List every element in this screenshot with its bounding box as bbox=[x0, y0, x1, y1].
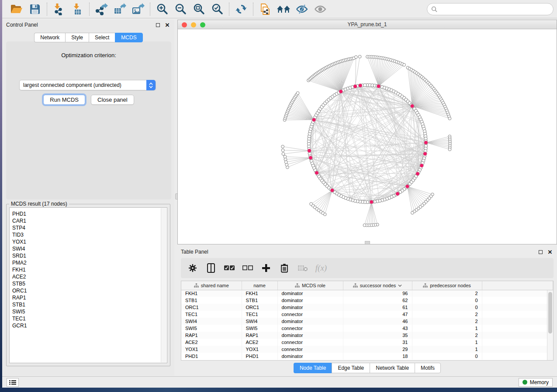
table-tabbar: Node TableEdge TableNetwork TableMotifs bbox=[177, 362, 557, 374]
table-row[interactable]: FKH1FKH1dominator962 bbox=[181, 290, 553, 297]
table-scrollbar-thumb[interactable] bbox=[548, 292, 552, 334]
column-header-MCDS-role[interactable]: MCDS role bbox=[277, 281, 343, 290]
settings-gear-button[interactable] bbox=[187, 262, 198, 274]
mcds-result-node[interactable]: STB1 bbox=[10, 301, 167, 308]
table-row[interactable]: SWI4SWI4dominator462 bbox=[181, 318, 553, 325]
function-builder-icon: f(x) bbox=[315, 263, 327, 273]
table-row[interactable]: TEC1TEC1connector472 bbox=[181, 311, 553, 318]
tab-mcds[interactable]: MCDS bbox=[115, 33, 142, 42]
delete-columns-icon bbox=[280, 263, 288, 273]
column-type-icon bbox=[423, 283, 428, 288]
table-row[interactable]: ACE2ACE2connector311 bbox=[181, 339, 553, 346]
select-all-rows-button[interactable] bbox=[224, 262, 235, 274]
network-graph[interactable] bbox=[178, 30, 557, 244]
column-panel-button[interactable] bbox=[205, 262, 217, 274]
mcds-result-node[interactable]: YOX1 bbox=[10, 238, 167, 245]
network-canvas[interactable] bbox=[178, 30, 557, 244]
hide-selected-button[interactable] bbox=[294, 2, 309, 17]
mcds-result-node[interactable]: STP4 bbox=[10, 224, 167, 231]
tab-node-table[interactable]: Node Table bbox=[294, 363, 332, 373]
close-panel-icon[interactable]: ✕ bbox=[164, 21, 171, 28]
export-network-icon bbox=[95, 3, 108, 15]
clone-network-button[interactable] bbox=[258, 2, 273, 17]
search-input[interactable] bbox=[439, 6, 549, 12]
node-table: shared namenameMCDS rolesuccessor nodesp… bbox=[181, 281, 554, 361]
zoom-in-icon bbox=[156, 3, 168, 15]
export-image-button[interactable] bbox=[131, 2, 145, 17]
mcds-result-node[interactable]: SRD1 bbox=[10, 252, 167, 259]
export-network-button[interactable] bbox=[94, 2, 109, 17]
canvas-splitter-handle[interactable] bbox=[365, 241, 370, 244]
close-panel-button[interactable]: Close panel bbox=[91, 95, 134, 105]
network-window-titlebar[interactable]: YPA_prune.txt_1 bbox=[178, 20, 557, 29]
export-table-button[interactable] bbox=[112, 2, 127, 17]
deselect-all-rows-button[interactable] bbox=[242, 262, 253, 274]
search-icon bbox=[431, 6, 437, 12]
float-table-panel-icon[interactable] bbox=[537, 248, 544, 255]
network-view-window: YPA_prune.txt_1 bbox=[177, 20, 557, 244]
save-session-button[interactable] bbox=[28, 2, 42, 17]
table-row[interactable]: RAP1RAP1dominator352 bbox=[181, 332, 553, 339]
zoom-selected-button[interactable] bbox=[210, 2, 225, 17]
task-history-button[interactable] bbox=[7, 378, 19, 387]
zoom-out-button[interactable] bbox=[173, 2, 188, 17]
import-network-button[interactable] bbox=[52, 2, 66, 17]
table-row[interactable]: ORC1ORC1dominator610 bbox=[181, 304, 553, 311]
close-window-icon[interactable] bbox=[182, 22, 187, 28]
minimize-window-icon[interactable] bbox=[191, 22, 196, 28]
table-panel: Table Panel ✕ f(x) shared namenameMCDS r… bbox=[177, 247, 557, 375]
mcds-result-node[interactable]: PMA2 bbox=[10, 259, 167, 266]
show-all-button[interactable] bbox=[313, 2, 328, 17]
table-row[interactable]: STB1STB1dominator620 bbox=[181, 297, 553, 304]
refresh-layout-button[interactable] bbox=[234, 2, 249, 17]
result-list-scrollbar[interactable] bbox=[161, 208, 166, 362]
mcds-result-node[interactable]: PHD1 bbox=[10, 210, 167, 217]
tab-select[interactable]: Select bbox=[89, 33, 115, 42]
zoom-fit-button[interactable] bbox=[191, 2, 206, 17]
table-row[interactable]: YOX1YOX1connector291 bbox=[181, 346, 553, 353]
maximize-window-icon[interactable] bbox=[200, 22, 205, 28]
mcds-result-node[interactable]: TEC1 bbox=[10, 315, 167, 322]
mcds-result-node[interactable]: ACE2 bbox=[10, 273, 167, 280]
optimization-criterion-select[interactable]: largest connected component (undirected) bbox=[19, 80, 156, 90]
open-file-button[interactable] bbox=[9, 2, 24, 17]
mcds-result-node[interactable]: FKH1 bbox=[10, 266, 167, 273]
close-table-panel-icon[interactable]: ✕ bbox=[547, 248, 554, 255]
column-type-icon bbox=[353, 283, 358, 288]
tab-motifs[interactable]: Motifs bbox=[415, 363, 441, 373]
delete-columns-button[interactable] bbox=[279, 262, 290, 274]
table-row[interactable]: PHD1PHD1dominator180 bbox=[181, 353, 553, 360]
search-box[interactable] bbox=[427, 3, 554, 15]
float-panel-icon[interactable] bbox=[154, 21, 161, 28]
tab-style[interactable]: Style bbox=[65, 33, 89, 42]
toolbar-separator bbox=[47, 3, 47, 16]
mcds-result-node[interactable]: GCR1 bbox=[10, 322, 167, 329]
mcds-result-node[interactable]: SWI4 bbox=[10, 245, 167, 252]
mcds-result-list[interactable]: PHD1CAR1STP4TID3YOX1SWI4SRD1PMA2FKH1ACE2… bbox=[9, 207, 167, 363]
add-column-button[interactable] bbox=[260, 262, 272, 274]
tab-network-table[interactable]: Network Table bbox=[370, 363, 415, 373]
mcds-result-node[interactable]: TID3 bbox=[10, 231, 167, 238]
zoom-out-icon bbox=[175, 3, 187, 15]
zoom-in-button[interactable] bbox=[155, 2, 170, 17]
mcds-result-node[interactable]: RAP1 bbox=[10, 294, 167, 301]
table-row[interactable]: SWI5SWI5connector431 bbox=[181, 325, 553, 332]
toolbar-separator bbox=[229, 3, 229, 16]
column-header-predecessor-nodes[interactable]: predecessor nodes bbox=[412, 281, 482, 290]
first-neighbors-button[interactable] bbox=[276, 2, 291, 17]
tab-network[interactable]: Network bbox=[34, 33, 65, 42]
mcds-result-node[interactable]: STB5 bbox=[10, 280, 167, 287]
tab-edge-table[interactable]: Edge Table bbox=[332, 363, 370, 373]
import-table-button[interactable] bbox=[70, 2, 85, 17]
mcds-result-node[interactable]: ORC1 bbox=[10, 287, 167, 294]
mcds-result-node[interactable]: CAR1 bbox=[10, 217, 167, 224]
column-header-name[interactable]: name bbox=[242, 281, 277, 290]
mcds-result-node[interactable]: SWI5 bbox=[10, 308, 167, 315]
memory-button[interactable]: Memory bbox=[519, 378, 553, 387]
column-header-shared-name[interactable]: shared name bbox=[181, 281, 242, 290]
run-mcds-button[interactable]: Run MCDS bbox=[43, 95, 85, 105]
clone-network-icon bbox=[259, 3, 271, 15]
column-header-successor-nodes[interactable]: successor nodes bbox=[343, 281, 412, 290]
select-stepper-icon bbox=[146, 80, 156, 90]
table-scrollbar[interactable] bbox=[547, 290, 553, 360]
